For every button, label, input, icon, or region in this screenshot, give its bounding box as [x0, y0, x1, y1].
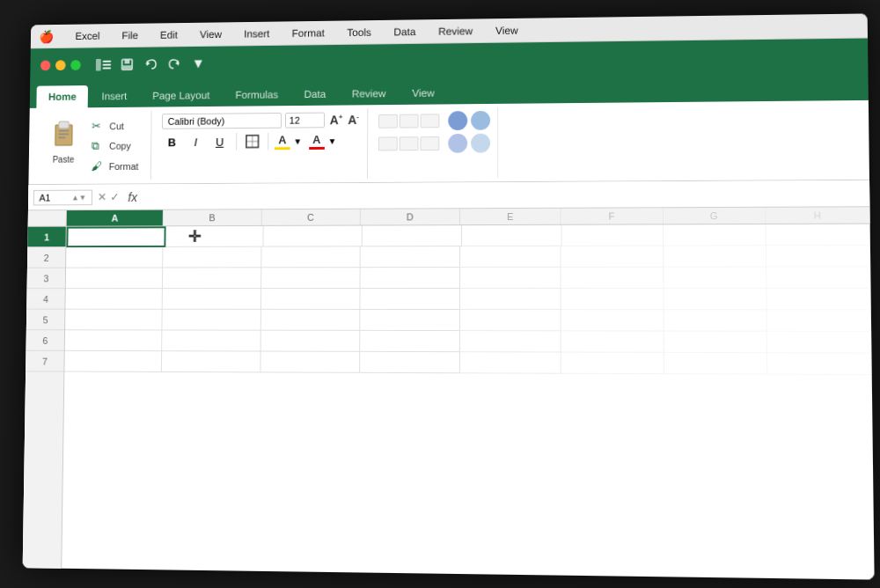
- maximize-button[interactable]: [70, 60, 81, 70]
- blue2-color-button[interactable]: [472, 111, 491, 130]
- cell-f7[interactable]: [561, 352, 664, 374]
- col-header-d[interactable]: D: [361, 209, 461, 224]
- menu-edit[interactable]: Edit: [157, 26, 181, 42]
- cell-h3[interactable]: [766, 267, 871, 289]
- align-style-4[interactable]: [378, 136, 398, 151]
- cell-g1[interactable]: [664, 224, 766, 246]
- highlight-dropdown[interactable]: ▼: [293, 136, 302, 146]
- cell-d7[interactable]: [360, 352, 460, 373]
- cell-f2[interactable]: [561, 246, 664, 268]
- cell-a6[interactable]: [65, 330, 163, 351]
- tab-view[interactable]: View: [400, 82, 446, 105]
- bold-button[interactable]: B: [162, 133, 182, 152]
- cell-e5[interactable]: [460, 310, 561, 331]
- cell-e1[interactable]: [462, 225, 562, 246]
- cell-h7[interactable]: [767, 353, 872, 375]
- sidebar-toggle-icon[interactable]: [94, 55, 113, 75]
- cell-h2[interactable]: [766, 246, 871, 268]
- cell-b5[interactable]: [163, 310, 261, 331]
- menu-tools[interactable]: Tools: [343, 24, 374, 40]
- align-style-2[interactable]: [400, 114, 419, 129]
- tab-page-layout[interactable]: Page Layout: [141, 84, 222, 107]
- menu-excel[interactable]: Excel: [72, 28, 104, 44]
- cell-c3[interactable]: [261, 268, 361, 289]
- border-button[interactable]: [243, 132, 262, 151]
- copy-button[interactable]: ⧉ Copy: [88, 137, 143, 155]
- align-style-3[interactable]: [421, 114, 440, 128]
- increase-font-size-button[interactable]: A+: [328, 112, 345, 128]
- align-style-5[interactable]: [400, 136, 419, 151]
- cell-c6[interactable]: [260, 331, 360, 352]
- cell-h4[interactable]: [766, 289, 871, 311]
- tab-insert[interactable]: Insert: [90, 85, 139, 107]
- row-header-4[interactable]: 4: [26, 289, 65, 310]
- col-header-g[interactable]: G: [663, 208, 766, 224]
- confirm-formula-button[interactable]: ✓: [110, 190, 120, 203]
- cell-e2[interactable]: [460, 246, 561, 268]
- cell-e7[interactable]: [460, 352, 561, 374]
- undo-icon[interactable]: [142, 55, 160, 74]
- col-header-e[interactable]: E: [460, 209, 561, 224]
- tab-formulas[interactable]: Formulas: [224, 84, 290, 107]
- cell-c5[interactable]: [260, 310, 360, 331]
- align-style-6[interactable]: [421, 136, 440, 151]
- cell-e4[interactable]: [460, 289, 561, 310]
- apple-menu[interactable]: 🍎: [39, 29, 53, 43]
- row-header-2[interactable]: 2: [27, 247, 65, 268]
- menu-file[interactable]: File: [118, 27, 141, 43]
- font-color-dropdown[interactable]: ▼: [328, 136, 337, 145]
- cell-f6[interactable]: [561, 331, 664, 353]
- cell-g5[interactable]: [664, 310, 767, 332]
- row-header-1[interactable]: 1: [27, 227, 65, 248]
- underline-button[interactable]: U: [209, 132, 231, 151]
- cell-a5[interactable]: [65, 310, 163, 331]
- cell-f5[interactable]: [561, 310, 664, 331]
- col-header-h[interactable]: H: [766, 207, 869, 224]
- redo-icon[interactable]: [165, 55, 184, 74]
- menu-review[interactable]: Review: [435, 23, 476, 39]
- cell-c2[interactable]: [261, 246, 361, 268]
- formula-input[interactable]: [143, 185, 864, 204]
- menu-insert[interactable]: Insert: [240, 26, 273, 41]
- cell-b7[interactable]: [162, 351, 260, 372]
- align-style-1[interactable]: [378, 114, 398, 129]
- cell-d1[interactable]: [362, 225, 461, 246]
- cell-a3[interactable]: [66, 268, 164, 289]
- tab-review[interactable]: Review: [340, 82, 398, 105]
- cell-f1[interactable]: [562, 224, 664, 246]
- italic-button[interactable]: I: [186, 132, 206, 151]
- cell-b4[interactable]: [163, 289, 261, 310]
- col-header-a[interactable]: A: [67, 210, 164, 226]
- row-header-6[interactable]: 6: [26, 330, 64, 351]
- circle-btn-2[interactable]: [472, 134, 491, 153]
- cell-h1[interactable]: [766, 224, 870, 246]
- menu-format[interactable]: Format: [289, 25, 328, 40]
- font-family-selector[interactable]: Calibri (Body): [162, 113, 282, 129]
- cell-d6[interactable]: [360, 331, 460, 352]
- col-header-f[interactable]: F: [561, 208, 664, 224]
- menu-view[interactable]: View: [196, 26, 225, 42]
- col-header-b[interactable]: B: [164, 209, 261, 225]
- cell-c1[interactable]: [263, 226, 362, 247]
- cell-b1[interactable]: ✛: [165, 226, 263, 247]
- row-header-3[interactable]: 3: [27, 268, 66, 290]
- font-size-selector[interactable]: 12: [285, 113, 325, 129]
- cell-a4[interactable]: [65, 289, 163, 310]
- cancel-formula-button[interactable]: ✕: [98, 190, 107, 203]
- minimize-button[interactable]: [55, 60, 66, 70]
- cell-h5[interactable]: [766, 310, 871, 332]
- cell-a2[interactable]: [66, 247, 164, 268]
- decrease-font-size-button[interactable]: A-: [346, 112, 361, 128]
- cell-f3[interactable]: [561, 268, 664, 289]
- circle-btn-1[interactable]: [449, 134, 468, 153]
- cell-c4[interactable]: [260, 289, 360, 310]
- cell-g4[interactable]: [664, 289, 766, 310]
- cell-g7[interactable]: [664, 353, 767, 375]
- menu-data[interactable]: Data: [390, 24, 419, 40]
- cell-f4[interactable]: [561, 289, 664, 310]
- cell-d2[interactable]: [360, 246, 460, 268]
- cell-d5[interactable]: [360, 310, 460, 331]
- cell-g6[interactable]: [664, 331, 767, 353]
- cell-g2[interactable]: [664, 246, 766, 267]
- cell-b6[interactable]: [162, 330, 260, 351]
